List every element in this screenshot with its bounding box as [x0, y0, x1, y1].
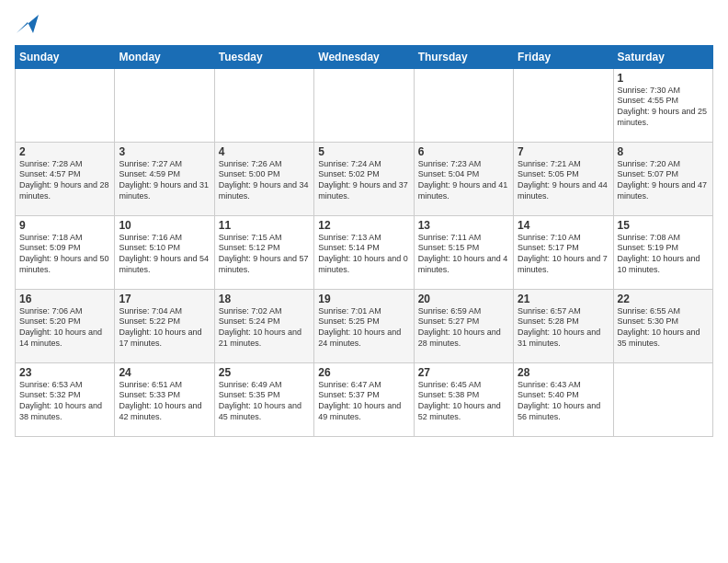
calendar-cell: 10Sunrise: 7:16 AM Sunset: 5:10 PM Dayli… — [115, 215, 214, 289]
day-number: 22 — [618, 293, 709, 305]
calendar-cell — [414, 68, 513, 142]
column-header-sunday: Sunday — [16, 45, 115, 68]
day-number: 11 — [219, 219, 310, 232]
calendar-week-row: 23Sunrise: 6:53 AM Sunset: 5:32 PM Dayli… — [16, 362, 713, 436]
day-info: Sunrise: 6:47 AM Sunset: 5:37 PM Dayligh… — [318, 380, 409, 423]
day-info: Sunrise: 7:28 AM Sunset: 4:57 PM Dayligh… — [19, 159, 110, 202]
day-info: Sunrise: 7:11 AM Sunset: 5:15 PM Dayligh… — [418, 233, 509, 276]
day-info: Sunrise: 7:24 AM Sunset: 5:02 PM Dayligh… — [318, 159, 409, 202]
day-number: 25 — [219, 366, 310, 379]
day-number: 20 — [418, 293, 509, 305]
day-number: 12 — [318, 219, 409, 232]
day-number: 1 — [618, 72, 709, 85]
day-number: 9 — [19, 219, 110, 232]
calendar-cell: 1Sunrise: 7:30 AM Sunset: 4:55 PM Daylig… — [613, 68, 712, 142]
calendar-cell: 19Sunrise: 7:01 AM Sunset: 5:25 PM Dayli… — [314, 289, 414, 362]
calendar-cell: 20Sunrise: 6:59 AM Sunset: 5:27 PM Dayli… — [414, 289, 513, 362]
calendar-cell: 26Sunrise: 6:47 AM Sunset: 5:37 PM Dayli… — [314, 362, 414, 436]
calendar-cell: 4Sunrise: 7:26 AM Sunset: 5:00 PM Daylig… — [214, 142, 313, 215]
calendar-cell: 2Sunrise: 7:28 AM Sunset: 4:57 PM Daylig… — [16, 142, 115, 215]
calendar-cell — [16, 68, 115, 142]
calendar-cell: 23Sunrise: 6:53 AM Sunset: 5:32 PM Dayli… — [16, 362, 115, 436]
calendar-cell: 28Sunrise: 6:43 AM Sunset: 5:40 PM Dayli… — [514, 362, 613, 436]
day-number: 19 — [318, 293, 409, 305]
calendar-cell — [314, 68, 414, 142]
logo-text — [15, 15, 39, 38]
day-info: Sunrise: 7:16 AM Sunset: 5:10 PM Dayligh… — [119, 233, 210, 276]
calendar-cell: 18Sunrise: 7:02 AM Sunset: 5:24 PM Dayli… — [214, 289, 313, 362]
calendar-week-row: 16Sunrise: 7:06 AM Sunset: 5:20 PM Dayli… — [16, 289, 713, 362]
day-number: 27 — [418, 366, 509, 379]
calendar-cell — [214, 68, 313, 142]
column-header-friday: Friday — [514, 45, 613, 68]
day-number: 14 — [518, 219, 609, 232]
day-info: Sunrise: 6:59 AM Sunset: 5:27 PM Dayligh… — [418, 306, 509, 350]
logo — [15, 15, 39, 38]
calendar-cell: 13Sunrise: 7:11 AM Sunset: 5:15 PM Dayli… — [414, 215, 513, 289]
day-number: 26 — [318, 366, 409, 379]
calendar-cell: 25Sunrise: 6:49 AM Sunset: 5:35 PM Dayli… — [214, 362, 313, 436]
calendar-table: SundayMondayTuesdayWednesdayThursdayFrid… — [15, 45, 713, 437]
day-info: Sunrise: 7:23 AM Sunset: 5:04 PM Dayligh… — [418, 159, 509, 202]
calendar-cell — [115, 68, 214, 142]
page-header — [15, 15, 713, 38]
calendar-cell: 21Sunrise: 6:57 AM Sunset: 5:28 PM Dayli… — [514, 289, 613, 362]
day-number: 24 — [119, 366, 210, 379]
calendar-cell: 9Sunrise: 7:18 AM Sunset: 5:09 PM Daylig… — [16, 215, 115, 289]
day-info: Sunrise: 7:21 AM Sunset: 5:05 PM Dayligh… — [518, 159, 609, 202]
day-info: Sunrise: 7:10 AM Sunset: 5:17 PM Dayligh… — [518, 233, 609, 276]
logo-bird-icon — [17, 15, 39, 33]
day-info: Sunrise: 7:08 AM Sunset: 5:19 PM Dayligh… — [618, 233, 709, 276]
day-info: Sunrise: 6:43 AM Sunset: 5:40 PM Dayligh… — [518, 380, 609, 423]
calendar-cell: 12Sunrise: 7:13 AM Sunset: 5:14 PM Dayli… — [314, 215, 414, 289]
day-info: Sunrise: 7:20 AM Sunset: 5:07 PM Dayligh… — [618, 159, 709, 202]
calendar-cell: 11Sunrise: 7:15 AM Sunset: 5:12 PM Dayli… — [214, 215, 313, 289]
day-info: Sunrise: 6:55 AM Sunset: 5:30 PM Dayligh… — [618, 306, 709, 350]
calendar-week-row: 9Sunrise: 7:18 AM Sunset: 5:09 PM Daylig… — [16, 215, 713, 289]
day-number: 16 — [19, 293, 110, 305]
day-number: 13 — [418, 219, 509, 232]
calendar-header-row: SundayMondayTuesdayWednesdayThursdayFrid… — [16, 45, 713, 68]
day-info: Sunrise: 7:18 AM Sunset: 5:09 PM Dayligh… — [19, 233, 110, 276]
day-number: 6 — [418, 145, 509, 158]
calendar-cell: 7Sunrise: 7:21 AM Sunset: 5:05 PM Daylig… — [514, 142, 613, 215]
calendar-cell: 8Sunrise: 7:20 AM Sunset: 5:07 PM Daylig… — [613, 142, 712, 215]
day-number: 17 — [119, 293, 210, 305]
day-number: 10 — [119, 219, 210, 232]
calendar-cell — [613, 362, 712, 436]
svg-marker-0 — [17, 15, 39, 33]
day-info: Sunrise: 6:49 AM Sunset: 5:35 PM Dayligh… — [219, 380, 310, 423]
column-header-tuesday: Tuesday — [214, 45, 313, 68]
calendar-cell — [514, 68, 613, 142]
column-header-monday: Monday — [115, 45, 214, 68]
day-number: 8 — [618, 145, 709, 158]
calendar-cell: 3Sunrise: 7:27 AM Sunset: 4:59 PM Daylig… — [115, 142, 214, 215]
day-info: Sunrise: 6:57 AM Sunset: 5:28 PM Dayligh… — [518, 306, 609, 350]
column-header-saturday: Saturday — [613, 45, 712, 68]
calendar-cell: 17Sunrise: 7:04 AM Sunset: 5:22 PM Dayli… — [115, 289, 214, 362]
day-info: Sunrise: 7:27 AM Sunset: 4:59 PM Dayligh… — [119, 159, 210, 202]
day-number: 7 — [518, 145, 609, 158]
day-info: Sunrise: 7:06 AM Sunset: 5:20 PM Dayligh… — [19, 306, 110, 350]
day-info: Sunrise: 6:45 AM Sunset: 5:38 PM Dayligh… — [418, 380, 509, 423]
column-header-thursday: Thursday — [414, 45, 513, 68]
day-number: 18 — [219, 293, 310, 305]
calendar-cell: 22Sunrise: 6:55 AM Sunset: 5:30 PM Dayli… — [613, 289, 712, 362]
day-info: Sunrise: 7:13 AM Sunset: 5:14 PM Dayligh… — [318, 233, 409, 276]
day-number: 23 — [19, 366, 110, 379]
day-number: 28 — [518, 366, 609, 379]
calendar-cell: 27Sunrise: 6:45 AM Sunset: 5:38 PM Dayli… — [414, 362, 513, 436]
calendar-cell: 16Sunrise: 7:06 AM Sunset: 5:20 PM Dayli… — [16, 289, 115, 362]
day-info: Sunrise: 6:51 AM Sunset: 5:33 PM Dayligh… — [119, 380, 210, 423]
day-number: 15 — [618, 219, 709, 232]
day-info: Sunrise: 7:01 AM Sunset: 5:25 PM Dayligh… — [318, 306, 409, 350]
day-info: Sunrise: 7:26 AM Sunset: 5:00 PM Dayligh… — [219, 159, 310, 202]
day-info: Sunrise: 6:53 AM Sunset: 5:32 PM Dayligh… — [19, 380, 110, 423]
calendar-cell: 24Sunrise: 6:51 AM Sunset: 5:33 PM Dayli… — [115, 362, 214, 436]
day-number: 2 — [19, 145, 110, 158]
calendar-week-row: 1Sunrise: 7:30 AM Sunset: 4:55 PM Daylig… — [16, 68, 713, 142]
day-info: Sunrise: 7:15 AM Sunset: 5:12 PM Dayligh… — [219, 233, 310, 276]
calendar-cell: 15Sunrise: 7:08 AM Sunset: 5:19 PM Dayli… — [613, 215, 712, 289]
calendar-cell: 14Sunrise: 7:10 AM Sunset: 5:17 PM Dayli… — [514, 215, 613, 289]
day-number: 4 — [219, 145, 310, 158]
